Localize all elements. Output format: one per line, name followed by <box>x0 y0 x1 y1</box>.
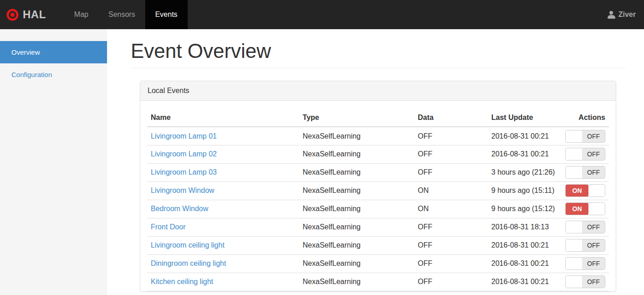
cell-data: OFF <box>414 273 487 291</box>
column-header-type: Type <box>299 108 414 127</box>
cell-name: Diningroom ceiling light <box>147 254 299 273</box>
cell-actions: OFF <box>562 236 609 254</box>
toggle-switch-handle <box>566 258 582 269</box>
event-name-link[interactable]: Front Door <box>151 223 185 231</box>
event-name-link[interactable]: Livingroom ceiling light <box>151 241 225 249</box>
page-title-divider <box>131 68 625 68</box>
nav-item-map[interactable]: Map <box>64 0 98 29</box>
hal-logo-icon <box>6 9 19 21</box>
toggle-switch-handle <box>566 130 582 142</box>
cell-last-update: 9 hours ago (15:12) <box>488 200 562 218</box>
table-row: Livingroom Lamp 01NexaSelfLearningOFF201… <box>147 127 609 145</box>
event-name-link[interactable]: Diningroom ceiling light <box>151 259 226 267</box>
brand-title: HAL <box>23 8 46 21</box>
sidebar-item-configuration[interactable]: Configuration <box>0 63 107 86</box>
toggle-switch[interactable]: OFF <box>565 275 605 288</box>
event-name-link[interactable]: Kitchen ceiling light <box>151 278 213 285</box>
toggle-switch-state-label: ON <box>566 185 588 197</box>
cell-last-update: 2016-08-31 00:21 <box>488 254 562 273</box>
panel-body: NameTypeDataLast UpdateActions Livingroo… <box>140 101 616 291</box>
event-name-link[interactable]: Livingroom Lamp 03 <box>151 168 217 176</box>
cell-type: NexaSelfLearning <box>299 127 414 145</box>
cell-actions: ON <box>562 200 609 218</box>
cell-name: Livingroom Window <box>147 181 299 200</box>
cell-name: Livingroom Lamp 02 <box>147 145 299 163</box>
event-name-link[interactable]: Livingroom Lamp 01 <box>151 132 217 140</box>
table-row: Livingroom Lamp 03NexaSelfLearningOFF3 h… <box>147 163 609 181</box>
toggle-switch-handle <box>566 221 582 233</box>
cell-type: NexaSelfLearning <box>299 145 414 163</box>
event-name-link[interactable]: Bedroom Window <box>151 205 208 212</box>
table-row: Livingroom Lamp 02NexaSelfLearningOFF201… <box>147 145 609 163</box>
toggle-switch[interactable]: OFF <box>565 166 605 179</box>
cell-last-update: 2016-08-31 00:21 <box>488 145 562 163</box>
toggle-switch-handle <box>566 166 582 178</box>
table-row: Front DoorNexaSelfLearningOFF2016-08-31 … <box>147 218 609 236</box>
toggle-switch-state-label: OFF <box>582 239 605 251</box>
toggle-switch[interactable]: OFF <box>565 148 605 160</box>
toggle-switch-state-label: OFF <box>582 221 605 233</box>
cell-name: Bedroom Window <box>147 200 299 218</box>
sidebar: OverviewConfiguration <box>0 29 107 295</box>
cell-type: NexaSelfLearning <box>299 254 414 273</box>
nav-item-sensors[interactable]: Sensors <box>98 0 145 29</box>
cell-actions: OFF <box>562 254 609 273</box>
navbar-items: MapSensorsEvents <box>64 0 188 29</box>
cell-data: OFF <box>414 254 487 273</box>
cell-actions: OFF <box>562 273 609 291</box>
cell-data: OFF <box>414 218 487 236</box>
toggle-switch-handle <box>588 203 605 215</box>
cell-data: ON <box>414 200 487 218</box>
toggle-switch-state-label: ON <box>566 203 588 215</box>
column-header-actions: Actions <box>562 108 609 127</box>
event-name-link[interactable]: Livingroom Lamp 02 <box>151 150 217 158</box>
column-header-data: Data <box>414 108 487 127</box>
toggle-switch-handle <box>566 148 582 160</box>
events-table: NameTypeDataLast UpdateActions Livingroo… <box>147 108 609 291</box>
cell-type: NexaSelfLearning <box>299 163 414 181</box>
cell-name: Livingroom ceiling light <box>147 236 299 254</box>
panel-title: Local Events <box>140 81 616 101</box>
toggle-switch[interactable]: ON <box>565 202 605 215</box>
cell-type: NexaSelfLearning <box>299 273 414 291</box>
cell-actions: OFF <box>562 127 609 145</box>
column-header-name: Name <box>147 108 299 127</box>
user-menu[interactable]: Ziver <box>608 0 644 29</box>
user-name: Ziver <box>618 10 636 19</box>
table-row: Livingroom ceiling lightNexaSelfLearning… <box>147 236 609 254</box>
cell-data: OFF <box>414 127 487 145</box>
table-row: Kitchen ceiling lightNexaSelfLearningOFF… <box>147 273 609 291</box>
table-row: Bedroom WindowNexaSelfLearningON9 hours … <box>147 200 609 218</box>
cell-type: NexaSelfLearning <box>299 218 414 236</box>
toggle-switch[interactable]: ON <box>565 184 605 197</box>
brand[interactable]: HAL <box>0 0 52 29</box>
cell-last-update: 9 hours ago (15:11) <box>488 181 562 200</box>
event-name-link[interactable]: Livingroom Window <box>151 186 215 194</box>
cell-actions: OFF <box>562 163 609 181</box>
cell-last-update: 2016-08-31 00:21 <box>488 236 562 254</box>
main-content: Event Overview Local Events NameTypeData… <box>107 29 644 295</box>
toggle-switch[interactable]: OFF <box>565 239 605 252</box>
cell-last-update: 2016-08-31 00:21 <box>488 273 562 291</box>
cell-last-update: 2016-08-31 18:13 <box>488 218 562 236</box>
sidebar-item-overview[interactable]: Overview <box>0 41 107 63</box>
table-row: Diningroom ceiling lightNexaSelfLearning… <box>147 254 609 273</box>
cell-actions: ON <box>562 181 609 200</box>
cell-type: NexaSelfLearning <box>299 200 414 218</box>
cell-type: NexaSelfLearning <box>299 181 414 200</box>
toggle-switch-state-label: OFF <box>582 276 605 288</box>
toggle-switch-handle <box>566 239 582 251</box>
cell-last-update: 2016-08-31 00:21 <box>488 127 562 145</box>
cell-name: Livingroom Lamp 03 <box>147 163 299 181</box>
cell-last-update: 3 hours ago (21:26) <box>488 163 562 181</box>
toggle-switch-state-label: OFF <box>582 130 605 142</box>
cell-name: Kitchen ceiling light <box>147 273 299 291</box>
cell-type: NexaSelfLearning <box>299 236 414 254</box>
page-title: Event Overview <box>131 40 625 62</box>
toggle-switch[interactable]: OFF <box>565 130 605 143</box>
toggle-switch[interactable]: OFF <box>565 221 605 233</box>
toggle-switch[interactable]: OFF <box>565 257 605 270</box>
column-header-last-update: Last Update <box>488 108 562 127</box>
events-table-head-row: NameTypeDataLast UpdateActions <box>147 108 609 127</box>
nav-item-events[interactable]: Events <box>145 0 188 29</box>
